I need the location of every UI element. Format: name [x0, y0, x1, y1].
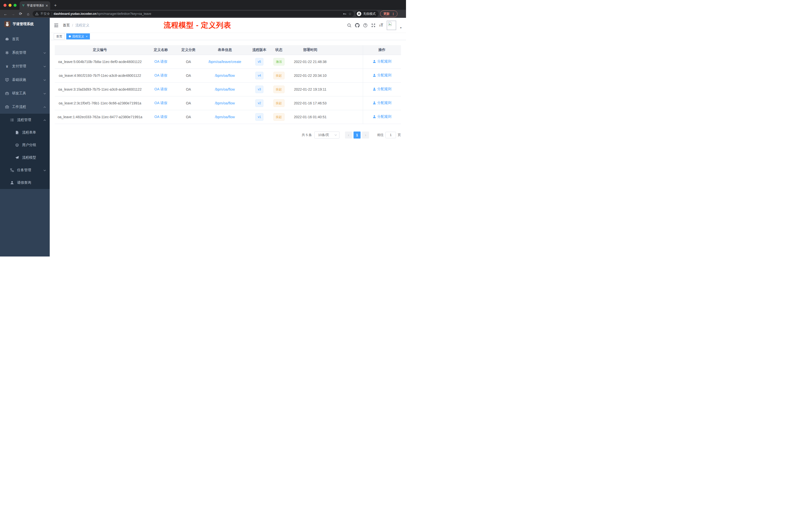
form-link[interactable]: /bpm/oa/flow — [215, 115, 235, 119]
help-icon[interactable] — [363, 23, 368, 28]
pagination: 共 5 条 10条/页 ‹ 1 › 前往 页 — [55, 131, 401, 139]
form-link[interactable]: /bpm/oa/leave/create — [208, 60, 241, 64]
goto-label: 前往 — [377, 133, 384, 137]
tab-close-icon[interactable]: ✕ — [46, 4, 48, 7]
status-tag: 挂起 — [273, 72, 285, 79]
assign-rule-link[interactable]: 分配规则 — [373, 73, 392, 78]
col-definition-name: 定义名称 — [145, 45, 176, 55]
cell-category: OA — [176, 96, 200, 110]
definition-name-link[interactable]: OA 请假 — [154, 101, 167, 105]
new-tab-button[interactable]: ＋ — [50, 2, 58, 9]
cell-deploy-time: 2022-01-22 19:19:11 — [288, 82, 332, 96]
search-icon[interactable] — [347, 23, 351, 28]
breadcrumb-current: 流程定义 — [75, 23, 89, 28]
cell-deploy-time: 2022-01-22 21:48:38 — [288, 55, 332, 68]
form-link[interactable]: /bpm/oa/flow — [215, 87, 235, 91]
forward-button[interactable]: → — [10, 12, 16, 16]
chevron-down-icon — [334, 133, 337, 137]
col-definition-id: 定义编号 — [55, 45, 145, 55]
sidebar-item-process-mgmt[interactable]: 流程管理 — [0, 114, 50, 126]
col-process-version: 流程版本 — [249, 45, 269, 55]
assign-rule-link[interactable]: 分配规则 — [373, 87, 392, 91]
sidebar-item-user-group[interactable]: 用户分组 — [0, 139, 50, 151]
page-size-select[interactable]: 10条/页 — [314, 131, 340, 139]
navbar-actions: TT ▼ — [347, 21, 402, 30]
cell-category: OA — [176, 68, 200, 82]
definition-name-link[interactable]: OA 请假 — [154, 115, 167, 119]
definition-name-link[interactable]: OA 请假 — [154, 87, 167, 91]
version-tag: v1 — [255, 113, 264, 121]
sidebar-item-task-mgmt[interactable]: 任务管理 — [0, 164, 50, 176]
sidebar-item-process-model[interactable]: 流程模型 — [0, 151, 50, 164]
sidebar-item-workflow[interactable]: 工作流程 — [0, 100, 50, 114]
update-label: 更新 — [383, 12, 390, 16]
yen-icon: ¥ — [5, 64, 9, 68]
user-icon — [373, 73, 376, 77]
zoom-window-button[interactable] — [13, 4, 17, 7]
form-icon — [15, 130, 19, 134]
breadcrumb-home[interactable]: 首页 — [63, 23, 70, 28]
fullscreen-icon[interactable] — [371, 23, 376, 28]
assign-rule-link[interactable]: 分配规则 — [373, 59, 392, 64]
sidebar-collapse-icon[interactable] — [54, 23, 59, 28]
table-row: oa_leave:1:482ec033-762a-11ec-8477-a2380… — [55, 110, 401, 124]
sidebar-item-infra[interactable]: 基础设施 — [0, 73, 50, 87]
sidebar-item-devtools[interactable]: 研发工具 — [0, 87, 50, 100]
col-deploy-time: 部署时间 — [288, 45, 332, 55]
close-window-button[interactable] — [3, 4, 6, 7]
pagination-total: 共 5 条 — [302, 133, 312, 137]
form-link[interactable]: /bpm/oa/flow — [215, 73, 235, 78]
chevron-up-icon — [43, 118, 46, 121]
sidebar-item-payment[interactable]: ¥ 支付管理 — [0, 59, 50, 73]
sidebar-item-leave-query[interactable]: 请假查询 — [0, 176, 50, 189]
workflow-submenu: 流程管理 流程表单 用户分组 流程模型 任务管理 — [0, 114, 50, 189]
breadcrumb: 首页 / 流程定义 — [63, 23, 89, 28]
back-button[interactable]: ← — [2, 12, 8, 16]
home-button[interactable]: ⌂ — [25, 12, 31, 16]
update-button[interactable]: 更新 ⋮ — [380, 10, 398, 17]
status-tag: 挂起 — [273, 99, 285, 107]
cell-id: oa_leave:3:1fad3d93-7b75-11ec-a3c8-acde4… — [55, 82, 145, 96]
goto-page-input[interactable] — [385, 132, 396, 138]
assign-rule-link[interactable]: 分配规则 — [373, 115, 392, 119]
incognito-badge: 无痕模式 — [355, 10, 379, 17]
page-content: 定义编号 定义名称 定义分类 表单信息 流程版本 状态 部署时间 操作 oa_l… — [50, 40, 406, 256]
dashboard-icon — [5, 37, 9, 41]
form-link[interactable]: /bpm/oa/flow — [215, 101, 235, 105]
definition-name-link[interactable]: OA 请假 — [154, 73, 167, 77]
tag-home[interactable]: 首页 — [54, 33, 65, 39]
cell-id: oa_leave:2:3c1f0ef1-76b1-11ec-9c66-a2380… — [55, 96, 145, 110]
version-tag: v4 — [255, 72, 264, 79]
bookmark-star-icon[interactable]: ☆ — [348, 12, 351, 16]
key-icon[interactable] — [343, 12, 347, 16]
browser-tab[interactable]: 芋道管理系统 ✕ — [20, 1, 50, 10]
github-icon[interactable] — [355, 23, 359, 28]
assign-rule-link[interactable]: 分配规则 — [373, 101, 392, 105]
sidebar-item-process-form[interactable]: 流程表单 — [0, 126, 50, 139]
window-controls[interactable] — [0, 4, 20, 10]
url-host: dashboard.yudao.iocoder.cn — [54, 12, 96, 16]
chevron-down-icon — [43, 78, 46, 81]
tab-title: 芋道管理系统 — [27, 3, 44, 8]
gear-icon — [5, 51, 9, 55]
chevron-down-icon — [43, 169, 46, 172]
url-bar[interactable]: 不安全 dashboard.yudao.iocoder.cn/bpm/manag… — [33, 11, 354, 17]
page-annotation: 流程模型 - 定义列表 — [164, 20, 231, 30]
next-page-button[interactable]: › — [362, 131, 369, 139]
status-tag: 激活 — [273, 58, 285, 65]
tag-close-icon[interactable]: × — [86, 35, 87, 38]
col-form-info: 表单信息 — [200, 45, 249, 55]
goto-suffix: 页 — [398, 133, 401, 137]
font-size-icon[interactable]: TT — [379, 23, 383, 27]
avatar-caret-icon[interactable]: ▼ — [400, 27, 402, 29]
minimize-window-button[interactable] — [8, 4, 11, 7]
tag-process-definition[interactable]: 流程定义 × — [66, 33, 90, 39]
definition-name-link[interactable]: OA 请假 — [154, 59, 167, 63]
sidebar-item-home[interactable]: 首页 — [0, 32, 50, 46]
browser-menu-icon[interactable]: ⋮ — [392, 12, 395, 16]
reload-button[interactable]: ⟳ — [18, 11, 24, 16]
prev-page-button[interactable]: ‹ — [345, 131, 352, 139]
page-1-button[interactable]: 1 — [353, 131, 360, 139]
avatar[interactable] — [387, 21, 396, 30]
sidebar-item-system[interactable]: 系统管理 — [0, 46, 50, 59]
